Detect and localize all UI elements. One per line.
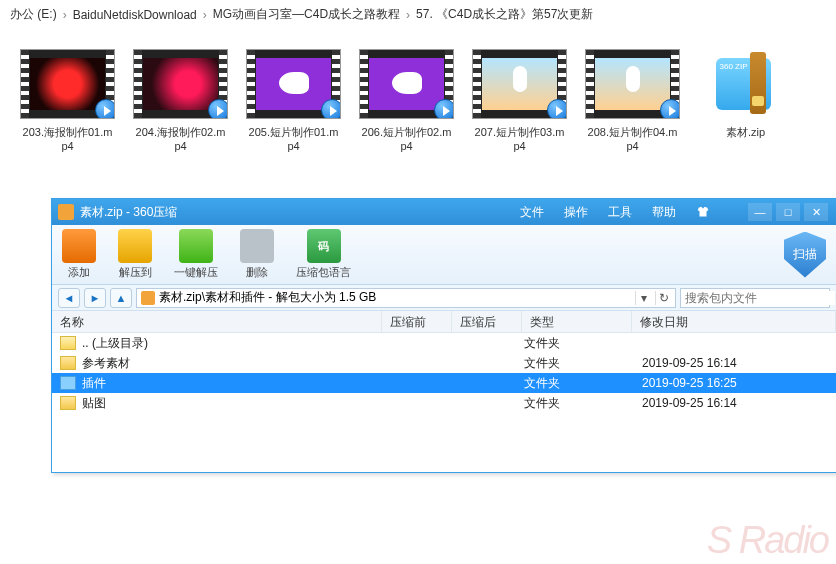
file-item[interactable]: 203.海报制作01.mp4	[20, 49, 115, 154]
close-button[interactable]: ✕	[804, 203, 828, 221]
play-icon	[321, 99, 341, 119]
add-icon	[62, 229, 96, 263]
chevron-right-icon: ›	[203, 8, 207, 22]
delete-button[interactable]: 删除	[240, 229, 274, 280]
menu-tools[interactable]: 工具	[608, 204, 632, 221]
file-label: 208.短片制作04.mp4	[585, 125, 680, 154]
col-name[interactable]: 名称	[52, 311, 382, 332]
refresh-icon[interactable]: ↻	[655, 291, 671, 305]
file-item[interactable]: 207.短片制作03.mp4	[472, 49, 567, 154]
add-button[interactable]: 添加	[62, 229, 96, 280]
app-icon	[58, 204, 74, 220]
nav-back-button[interactable]: ◄	[58, 288, 80, 308]
language-button[interactable]: 码压缩包语言	[296, 229, 351, 280]
skin-icon[interactable]	[696, 205, 710, 219]
file-item[interactable]: 208.短片制作04.mp4	[585, 49, 680, 154]
play-icon	[95, 99, 115, 119]
archiver-window: 素材.zip - 360压缩 文件 操作 工具 帮助 — □ ✕ 添加 解压到 …	[51, 198, 836, 473]
path-input[interactable]: 素材.zip\素材和插件 - 解包大小为 1.5 GB ▾ ↻	[136, 288, 676, 308]
play-icon	[547, 99, 567, 119]
table-row[interactable]: 插件文件夹2019-09-25 16:25	[52, 373, 836, 393]
search-field[interactable]	[685, 291, 835, 305]
folder-icon	[60, 336, 76, 350]
list-header[interactable]: 名称 压缩前 压缩后 类型 修改日期	[52, 311, 836, 333]
nav-fwd-button[interactable]: ►	[84, 288, 106, 308]
toolbar: 添加 解压到 一键解压 删除 码压缩包语言 扫描	[52, 225, 836, 285]
chevron-down-icon[interactable]: ▾	[635, 291, 651, 305]
folder-icon	[60, 376, 76, 390]
video-thumbnail	[20, 49, 115, 119]
shield-icon: 扫描	[784, 232, 826, 278]
oneclick-button[interactable]: 一键解压	[174, 229, 218, 280]
video-thumbnail	[585, 49, 680, 119]
col-type[interactable]: 类型	[522, 311, 632, 332]
scan-button[interactable]: 扫描	[784, 232, 826, 278]
breadcrumb-item[interactable]: 57. 《C4D成长之路》第57次更新	[416, 6, 593, 23]
search-input[interactable]: 🔍	[680, 288, 830, 308]
play-icon	[434, 99, 454, 119]
file-item[interactable]: 204.海报制作02.mp4	[133, 49, 228, 154]
chevron-right-icon: ›	[63, 8, 67, 22]
nav-up-button[interactable]: ▲	[110, 288, 132, 308]
table-row[interactable]: .. (上级目录)文件夹	[52, 333, 836, 353]
video-thumbnail	[133, 49, 228, 119]
file-item[interactable]: 205.短片制作01.mp4	[246, 49, 341, 154]
archive-icon	[141, 291, 155, 305]
file-label: 203.海报制作01.mp4	[20, 125, 115, 154]
titlebar[interactable]: 素材.zip - 360压缩 文件 操作 工具 帮助 — □ ✕	[52, 199, 836, 225]
trash-icon	[240, 229, 274, 263]
col-pre[interactable]: 压缩前	[382, 311, 452, 332]
extract-button[interactable]: 解压到	[118, 229, 152, 280]
video-thumbnail	[472, 49, 567, 119]
file-label: 207.短片制作03.mp4	[472, 125, 567, 154]
file-grid: 203.海报制作01.mp4204.海报制作02.mp4205.短片制作01.m…	[0, 29, 836, 164]
file-item[interactable]: 206.短片制作02.mp4	[359, 49, 454, 154]
extract-icon	[118, 229, 152, 263]
video-thumbnail	[359, 49, 454, 119]
lang-icon: 码	[307, 229, 341, 263]
file-label: 204.海报制作02.mp4	[133, 125, 228, 154]
play-icon	[660, 99, 680, 119]
minimize-button[interactable]: —	[748, 203, 772, 221]
folder-icon	[60, 396, 76, 410]
table-row[interactable]: 参考素材文件夹2019-09-25 16:14	[52, 353, 836, 373]
video-thumbnail	[246, 49, 341, 119]
file-label: 205.短片制作01.mp4	[246, 125, 341, 154]
breadcrumb-item[interactable]: MG动画自习室—C4D成长之路教程	[213, 6, 400, 23]
table-row[interactable]: 贴图文件夹2019-09-25 16:14	[52, 393, 836, 413]
menu-action[interactable]: 操作	[564, 204, 588, 221]
breadcrumb-item[interactable]: 办公 (E:)	[10, 6, 57, 23]
oneclick-icon	[179, 229, 213, 263]
chevron-right-icon: ›	[406, 8, 410, 22]
menu-file[interactable]: 文件	[520, 204, 544, 221]
pathbar: ◄ ► ▲ 素材.zip\素材和插件 - 解包大小为 1.5 GB ▾ ↻ 🔍	[52, 285, 836, 311]
file-list: .. (上级目录)文件夹参考素材文件夹2019-09-25 16:14插件文件夹…	[52, 333, 836, 413]
maximize-button[interactable]: □	[776, 203, 800, 221]
menu-help[interactable]: 帮助	[652, 204, 676, 221]
file-label: 素材.zip	[698, 125, 793, 139]
folder-icon	[60, 356, 76, 370]
file-item[interactable]: 素材.zip	[698, 49, 793, 154]
breadcrumb[interactable]: 办公 (E:) › BaiduNetdiskDownload › MG动画自习室…	[0, 0, 836, 29]
file-label: 206.短片制作02.mp4	[359, 125, 454, 154]
col-post[interactable]: 压缩后	[452, 311, 522, 332]
play-icon	[208, 99, 228, 119]
watermark: S Radio	[707, 519, 828, 562]
col-date[interactable]: 修改日期	[632, 311, 836, 332]
breadcrumb-item[interactable]: BaiduNetdiskDownload	[73, 8, 197, 22]
window-title: 素材.zip - 360压缩	[80, 204, 177, 221]
zip-icon	[698, 49, 788, 119]
